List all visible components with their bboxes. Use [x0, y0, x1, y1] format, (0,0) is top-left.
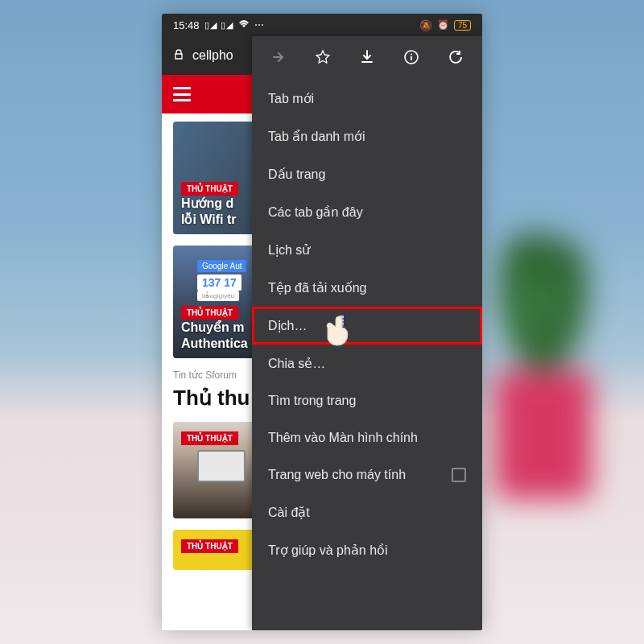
menu-item-recent-tabs[interactable]: Các tab gần đây [252, 193, 482, 231]
url-text: cellpho [192, 48, 233, 63]
menu-item-label: Chia sẻ… [268, 356, 325, 371]
menu-item-label: Tab ẩn danh mới [268, 129, 365, 144]
menu-item-desktop-site[interactable]: Trang web cho máy tính [252, 456, 482, 493]
more-icon: ⋯ [254, 19, 264, 31]
signal-bars-icon: ▯◢ ▯◢ [204, 20, 233, 31]
menu-item-label: Lịch sử [268, 242, 310, 258]
menu-item-label: Tìm trong trang [268, 394, 356, 408]
code-label: Google Aut [197, 260, 246, 272]
article-tag: THỦ THUẬT [181, 431, 238, 445]
menu-item-find[interactable]: Tìm trong trang [252, 382, 482, 419]
menu-icon-row [252, 36, 482, 78]
menu-item-label: Tab mới [268, 91, 314, 106]
desktop-site-checkbox[interactable] [452, 468, 466, 482]
browser-overflow-menu: Tab mới Tab ẩn danh mới Dấu trang Các ta… [252, 36, 482, 630]
info-icon[interactable] [402, 47, 421, 67]
article-tag: THỦ THUẬT [181, 182, 238, 196]
menu-item-label: Dấu trang [268, 167, 325, 182]
menu-item-help[interactable]: Trợ giúp và phản hồi [252, 531, 482, 569]
star-icon[interactable] [313, 47, 332, 67]
menu-item-add-home[interactable]: Thêm vào Màn hình chính [252, 419, 482, 456]
menu-item-label: Trang web cho máy tính [268, 468, 406, 482]
code-label: bảogìgìyêu [197, 291, 239, 301]
forward-icon[interactable] [269, 47, 288, 67]
menu-item-history[interactable]: Lịch sử [252, 231, 482, 269]
hamburger-menu-icon[interactable] [173, 87, 191, 101]
alarm-icon: ⏰ [437, 19, 449, 31]
status-bar: 15:48 ▯◢ ▯◢ ⋯ 🔕 ⏰ 75 [162, 14, 482, 36]
menu-item-label: Các tab gần đây [268, 204, 363, 220]
status-time: 15:48 [173, 19, 200, 31]
wifi-icon [238, 19, 250, 31]
article-tag: THỦ THUẬT [181, 306, 238, 320]
menu-item-label: Thêm vào Màn hình chính [268, 431, 418, 445]
phone-screen: 15:48 ▯◢ ▯◢ ⋯ 🔕 ⏰ 75 cellpho THỦ THUẬT H… [162, 14, 482, 630]
laptop-image [197, 450, 246, 482]
menu-item-label: Tệp đã tải xuống [268, 280, 367, 295]
article-tag: THỦ THUẬT [181, 539, 238, 553]
pointer-hand-icon [318, 312, 357, 350]
svg-point-1 [411, 54, 412, 56]
menu-item-share[interactable]: Chia sẻ… [252, 345, 482, 382]
menu-item-label: Cài đặt [268, 505, 310, 520]
background-plant [483, 193, 604, 499]
menu-item-downloads[interactable]: Tệp đã tải xuống [252, 269, 482, 307]
menu-item-incognito[interactable]: Tab ẩn danh mới [252, 118, 482, 155]
menu-item-new-tab[interactable]: Tab mới [252, 80, 482, 118]
menu-item-label: Dịch… [268, 318, 307, 333]
menu-item-translate[interactable]: Dịch… [252, 307, 482, 345]
download-icon[interactable] [357, 47, 377, 67]
reload-icon[interactable] [446, 47, 465, 67]
menu-item-settings[interactable]: Cài đặt [252, 493, 482, 531]
menu-item-bookmarks[interactable]: Dấu trang [252, 155, 482, 193]
code-label: 137 17 [197, 275, 242, 291]
mute-icon: 🔕 [419, 19, 432, 31]
lock-icon [173, 49, 184, 63]
battery-indicator: 75 [454, 20, 471, 31]
menu-item-label: Trợ giúp và phản hồi [268, 543, 388, 558]
menu-items-list: Tab mới Tab ẩn danh mới Dấu trang Các ta… [252, 78, 482, 569]
